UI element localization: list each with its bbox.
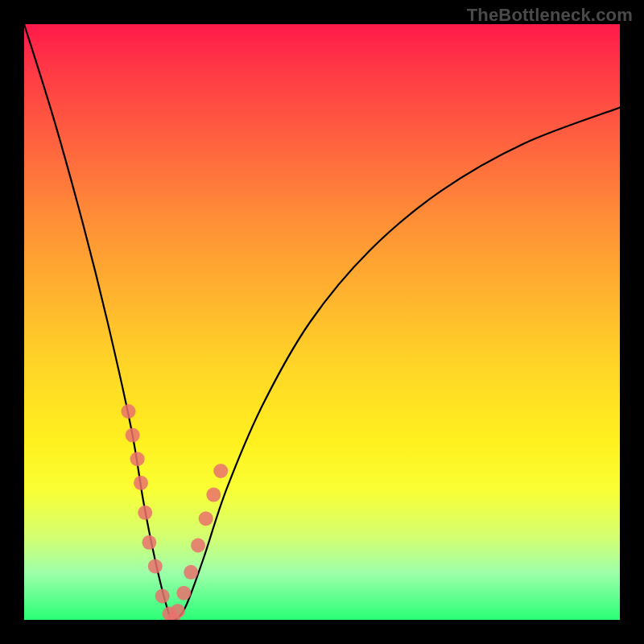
highlight-dot <box>184 565 198 580</box>
highlight-dot <box>122 404 136 419</box>
highlight-dot <box>138 506 152 520</box>
highlight-dot <box>126 428 140 443</box>
highlight-dot <box>134 476 148 490</box>
highlight-dot <box>206 488 221 502</box>
highlight-dot <box>142 535 156 550</box>
highlight-dot <box>199 511 213 526</box>
highlight-dot <box>213 464 228 478</box>
highlight-dot <box>171 604 185 618</box>
highlight-dot <box>191 539 205 553</box>
highlight-dot <box>130 452 145 466</box>
highlight-dot <box>148 559 163 573</box>
bottleneck-curve <box>24 24 620 620</box>
watermark-text: TheBottleneck.com <box>467 5 633 26</box>
highlight-dot <box>155 588 170 603</box>
highlight-dots <box>122 404 229 620</box>
highlight-dot <box>176 586 191 601</box>
chart-svg <box>24 24 620 620</box>
chart-plot-area <box>24 24 620 620</box>
